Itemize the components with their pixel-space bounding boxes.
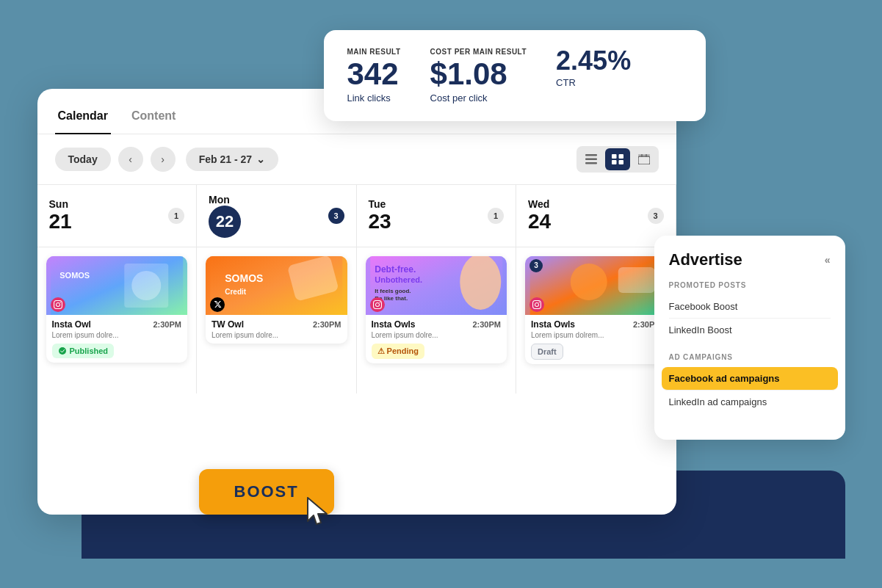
- next-button[interactable]: ›: [151, 147, 176, 172]
- svg-rect-3: [612, 154, 617, 159]
- main-result-value: 342: [347, 59, 401, 90]
- advertise-card: Advertise « PROMOTED POSTS Facebook Boos…: [654, 236, 845, 440]
- day-cell-sun: SOMOS Insta Owl 2:30PM Lorem: [37, 247, 198, 393]
- instagram-icon-sun: [51, 297, 65, 312]
- svg-rect-2: [585, 162, 597, 164]
- main-result-label: MAIN RESULT: [347, 48, 401, 56]
- post-badge-wed: 3: [529, 259, 543, 272]
- svg-rect-7: [638, 154, 650, 156]
- post-image-sun: SOMOS: [46, 256, 188, 315]
- promoted-posts-section: PROMOTED POSTS Facebook Boost LinkedIn B…: [669, 281, 831, 341]
- day-cell-tue: Debt-free. Unbothered. It feels good. Be…: [357, 247, 517, 393]
- cost-label: COST PER MAIN RESULT: [430, 48, 527, 56]
- view-list-button[interactable]: [579, 148, 604, 170]
- instagram-icon-tue: [370, 297, 385, 312]
- svg-point-15: [59, 347, 66, 355]
- campaigns-label: AD CAMPAIGNS: [669, 353, 831, 361]
- view-grid-button[interactable]: [605, 148, 630, 170]
- svg-rect-8: [638, 156, 650, 164]
- stat-cost: COST PER MAIN RESULT $1.08 Cost per clic…: [430, 48, 527, 104]
- svg-point-27: [571, 264, 607, 300]
- svg-rect-1: [585, 158, 597, 160]
- promoted-label: PROMOTED POSTS: [669, 281, 831, 289]
- post-info-wed: Insta Owls 2:30PM Lorem ipsum dolrem... …: [525, 315, 668, 364]
- svg-rect-28: [618, 267, 655, 293]
- post-info-tue: Insta Owls 2:30PM Lorem ipsum dolre... ⚠…: [366, 315, 507, 363]
- cursor-icon: [302, 495, 331, 537]
- prev-button[interactable]: ‹: [118, 147, 143, 172]
- menu-item-facebook-boost[interactable]: Facebook Boost: [669, 295, 831, 319]
- svg-point-25: [460, 256, 501, 310]
- svg-text:It feels good.: It feels good.: [375, 288, 411, 294]
- ad-campaigns-section: AD CAMPAIGNS Facebook ad campaigns Linke…: [669, 353, 831, 413]
- cost-value: $1.08: [430, 59, 527, 90]
- cost-sublabel: Cost per click: [430, 92, 527, 104]
- tab-calendar[interactable]: Calendar: [55, 104, 111, 134]
- view-calendar-button[interactable]: [632, 148, 657, 170]
- post-card-sun[interactable]: SOMOS Insta Owl 2:30PM Lorem: [46, 256, 188, 363]
- svg-text:Debt-free.: Debt-free.: [375, 264, 416, 275]
- menu-item-linkedin-boost[interactable]: LinkedIn Boost: [669, 319, 831, 341]
- instagram-icon-wed: [529, 297, 544, 312]
- post-image-mon: SOMOS Credit: [206, 256, 347, 315]
- day-header-sun: Sun 21 1: [37, 185, 198, 247]
- day-header-mon: Mon 22 3: [197, 185, 357, 247]
- tab-content[interactable]: Content: [129, 104, 178, 134]
- svg-text:Unbothered.: Unbothered.: [375, 275, 422, 284]
- view-toggle-group: [576, 146, 659, 173]
- svg-rect-5: [612, 160, 617, 164]
- stats-card: MAIN RESULT 342 Link clicks COST PER MAI…: [324, 30, 706, 121]
- advertise-title-text: Advertise: [669, 250, 742, 269]
- svg-point-14: [131, 271, 161, 300]
- post-card-tue[interactable]: Debt-free. Unbothered. It feels good. Be…: [366, 256, 507, 363]
- collapse-button[interactable]: «: [825, 254, 831, 266]
- post-image-tue: Debt-free. Unbothered. It feels good. Be…: [366, 256, 507, 315]
- svg-rect-6: [618, 160, 623, 164]
- stat-main-result: MAIN RESULT 342 Link clicks: [347, 48, 401, 104]
- date-range-button[interactable]: Feb 21 - 27 ⌄: [186, 148, 278, 171]
- twitter-icon-mon: [210, 297, 225, 312]
- day-cell-wed: 3 Insta Owls 2:30PM Lorem ipsum dolrem..…: [516, 247, 676, 393]
- menu-item-facebook-campaigns[interactable]: Facebook ad campaigns: [662, 367, 838, 391]
- post-info-sun: Insta Owl 2:30PM Lorem ipsum dolre... Pu…: [46, 315, 188, 363]
- day-cell-mon: SOMOS Credit TW Owl 2:30PM Lo: [197, 247, 357, 393]
- calendar-grid: Sun 21 1 Mon 22 3 Tue 23: [37, 184, 676, 393]
- post-image-wed: 3: [525, 256, 668, 315]
- ctr-sublabel: CTR: [556, 77, 631, 88]
- svg-rect-0: [585, 154, 597, 156]
- calendar-toolbar: Today ‹ › Feb 21 - 27 ⌄: [37, 134, 676, 184]
- status-badge-pending: ⚠ Pending: [372, 344, 424, 359]
- status-badge-draft: Draft: [531, 344, 563, 360]
- menu-item-linkedin-campaigns[interactable]: LinkedIn ad campaigns: [669, 391, 831, 413]
- day-header-tue: Tue 23 1: [357, 185, 517, 247]
- ctr-value: 2.45%: [556, 48, 631, 74]
- svg-text:SOMOS: SOMOS: [59, 271, 90, 280]
- day-header-wed: Wed 24 3: [516, 185, 676, 247]
- svg-rect-4: [618, 154, 623, 159]
- post-info-mon: TW Owl 2:30PM Lorem ipsum dolre...: [206, 315, 347, 344]
- post-card-wed[interactable]: 3 Insta Owls 2:30PM Lorem ipsum dolrem..…: [525, 256, 668, 364]
- main-result-sublabel: Link clicks: [347, 92, 401, 104]
- stat-ctr: 2.45% CTR: [556, 48, 631, 88]
- svg-text:SOMOS: SOMOS: [225, 272, 263, 284]
- main-calendar-card: Calendar Content Today ‹ › Feb 21 - 27 ⌄: [37, 89, 676, 515]
- today-button[interactable]: Today: [55, 148, 111, 171]
- post-card-mon[interactable]: SOMOS Credit TW Owl 2:30PM Lo: [206, 256, 347, 344]
- status-badge-published: Published: [52, 344, 115, 358]
- svg-text:Credit: Credit: [225, 288, 247, 296]
